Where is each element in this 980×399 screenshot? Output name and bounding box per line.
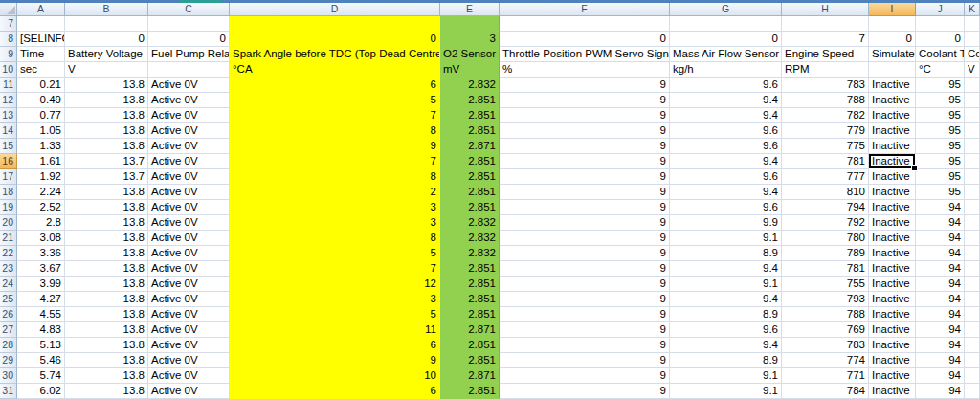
cell-I19[interactable]: Inactive [869, 200, 916, 215]
cell-K9[interactable]: Co [965, 47, 980, 62]
cell-A9[interactable]: Time [17, 47, 65, 62]
cell-H27[interactable]: 769 [782, 322, 869, 338]
cell-I12[interactable]: Inactive [869, 93, 916, 108]
cell-D20[interactable]: 3 [230, 215, 440, 231]
cell-J27[interactable]: 94 [916, 322, 965, 338]
cell-D21[interactable]: 8 [230, 231, 440, 246]
cell-G11[interactable]: 9.6 [670, 78, 782, 93]
cell-B18[interactable]: 13.8 [65, 185, 148, 200]
row-header-29[interactable]: 29 [0, 353, 17, 368]
column-header-D[interactable]: D [230, 3, 440, 16]
cell-A18[interactable]: 2.24 [17, 185, 65, 200]
cell-H17[interactable]: 777 [782, 169, 869, 185]
cell-J15[interactable]: 95 [916, 139, 965, 154]
cell-G31[interactable]: 9.1 [670, 384, 782, 399]
cell-A29[interactable]: 5.46 [17, 353, 65, 368]
cell-F20[interactable]: 9 [500, 215, 670, 231]
cell-I30[interactable]: Inactive [869, 368, 916, 384]
cell-A7[interactable] [17, 16, 65, 32]
cell-B9[interactable]: Battery Voltage [65, 47, 148, 62]
cell-H28[interactable]: 783 [782, 338, 869, 353]
cell-K31[interactable] [965, 384, 980, 399]
column-header-E[interactable]: E [440, 3, 500, 16]
cell-B24[interactable]: 13.8 [65, 277, 148, 292]
cell-J29[interactable]: 94 [916, 353, 965, 368]
cell-B16[interactable]: 13.7 [65, 154, 148, 169]
cell-F19[interactable]: 9 [500, 200, 670, 215]
cell-K11[interactable] [965, 78, 980, 93]
cell-H9[interactable]: Engine Speed [782, 47, 869, 62]
row-header-11[interactable]: 11 [0, 78, 17, 93]
cell-E10[interactable]: mV [440, 62, 500, 78]
cell-A23[interactable]: 3.67 [17, 261, 65, 277]
cell-F8[interactable]: 0 [500, 32, 670, 47]
cell-G29[interactable]: 8.9 [670, 353, 782, 368]
cell-H7[interactable] [782, 16, 869, 32]
cell-F11[interactable]: 9 [500, 78, 670, 93]
cell-I31[interactable]: Inactive [869, 384, 916, 399]
cell-E23[interactable]: 2.851 [440, 261, 500, 277]
row-header-30[interactable]: 30 [0, 368, 17, 384]
row-header-15[interactable]: 15 [0, 139, 17, 154]
cell-F29[interactable]: 9 [500, 353, 670, 368]
cell-D14[interactable]: 8 [230, 123, 440, 139]
cell-I17[interactable]: Inactive [869, 169, 916, 185]
cell-A24[interactable]: 3.99 [17, 277, 65, 292]
cell-D10[interactable]: °CA [230, 62, 440, 78]
cell-K21[interactable] [965, 231, 980, 246]
cell-C23[interactable]: Active 0V [148, 261, 230, 277]
cell-I23[interactable]: Inactive [869, 261, 916, 277]
cell-K13[interactable] [965, 108, 980, 123]
cell-E14[interactable]: 2.851 [440, 123, 500, 139]
cell-D16[interactable]: 7 [230, 154, 440, 169]
cell-H13[interactable]: 782 [782, 108, 869, 123]
cell-D31[interactable]: 6 [230, 384, 440, 399]
cell-K25[interactable] [965, 292, 980, 307]
cell-J31[interactable]: 94 [916, 384, 965, 399]
cell-J10[interactable]: °C [916, 62, 965, 78]
cell-H23[interactable]: 781 [782, 261, 869, 277]
cell-F18[interactable]: 9 [500, 185, 670, 200]
cell-E18[interactable]: 2.851 [440, 185, 500, 200]
cell-G14[interactable]: 9.6 [670, 123, 782, 139]
cell-G20[interactable]: 9.9 [670, 215, 782, 231]
cell-G10[interactable]: kg/h [670, 62, 782, 78]
cell-C17[interactable]: Active 0V [148, 169, 230, 185]
row-header-8[interactable]: 8 [0, 32, 17, 47]
cell-J18[interactable]: 95 [916, 185, 965, 200]
cell-D22[interactable]: 5 [230, 246, 440, 261]
cell-K14[interactable] [965, 123, 980, 139]
cell-J25[interactable]: 94 [916, 292, 965, 307]
cell-C9[interactable]: Fuel Pump Relay [148, 47, 230, 62]
cell-G25[interactable]: 9.4 [670, 292, 782, 307]
row-header-9[interactable]: 9 [0, 47, 17, 62]
cell-E9[interactable]: O2 Sensor [440, 47, 500, 62]
cell-H15[interactable]: 775 [782, 139, 869, 154]
cell-C15[interactable]: Active 0V [148, 139, 230, 154]
cell-D25[interactable]: 3 [230, 292, 440, 307]
row-header-10[interactable]: 10 [0, 62, 17, 78]
cell-E15[interactable]: 2.871 [440, 139, 500, 154]
cell-C10[interactable] [148, 62, 230, 78]
cell-I14[interactable]: Inactive [869, 123, 916, 139]
cell-B11[interactable]: 13.8 [65, 78, 148, 93]
cell-A19[interactable]: 2.52 [17, 200, 65, 215]
cell-F15[interactable]: 9 [500, 139, 670, 154]
cell-D18[interactable]: 2 [230, 185, 440, 200]
cell-A26[interactable]: 4.55 [17, 307, 65, 322]
cell-F16[interactable]: 9 [500, 154, 670, 169]
cell-E29[interactable]: 2.851 [440, 353, 500, 368]
cell-J17[interactable]: 95 [916, 169, 965, 185]
cell-H22[interactable]: 789 [782, 246, 869, 261]
cell-I26[interactable]: Inactive [869, 307, 916, 322]
cell-A13[interactable]: 0.77 [17, 108, 65, 123]
cell-C29[interactable]: Active 0V [148, 353, 230, 368]
cell-G18[interactable]: 9.4 [670, 185, 782, 200]
cell-J13[interactable]: 95 [916, 108, 965, 123]
cell-I13[interactable]: Inactive [869, 108, 916, 123]
cell-C27[interactable]: Active 0V [148, 322, 230, 338]
cell-D28[interactable]: 6 [230, 338, 440, 353]
cell-J8[interactable]: 0 [916, 32, 965, 47]
cell-A31[interactable]: 6.02 [17, 384, 65, 399]
cell-B25[interactable]: 13.8 [65, 292, 148, 307]
